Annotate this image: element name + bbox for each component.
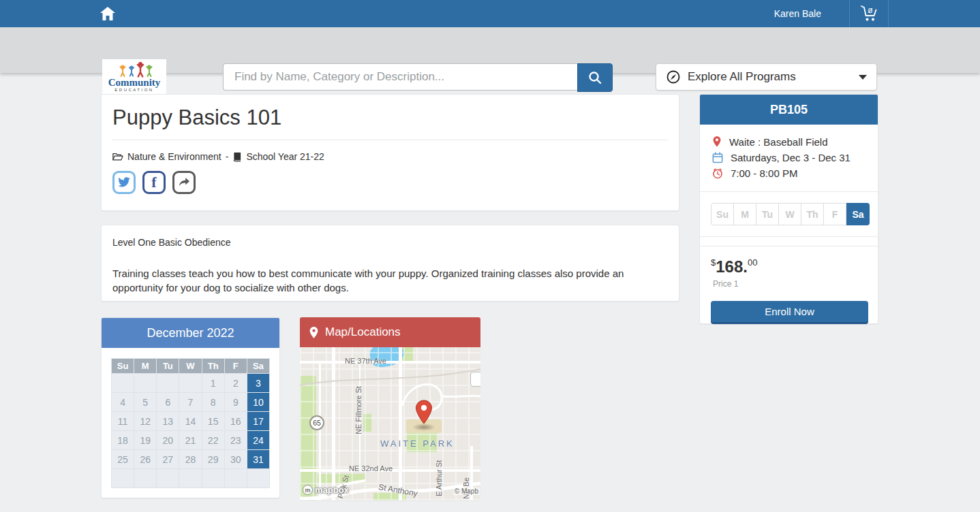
day-selector: SuMTuWThFSa <box>711 203 870 225</box>
cart-zero-glyph: ø <box>868 5 873 15</box>
calendar-day-cell: 10 <box>247 393 269 411</box>
calendar-dow-label: Tu <box>157 359 179 373</box>
home-icon[interactable] <box>99 6 116 21</box>
calendar-month-header: December 2022 <box>102 318 279 348</box>
calendar-day-cell: 29 <box>202 450 224 468</box>
calendar-day-cell: 20 <box>157 431 179 449</box>
facebook-share-button[interactable]: f <box>142 171 166 194</box>
price-cents: 00 <box>748 257 757 268</box>
street-label: NE Fillmore St <box>354 386 363 434</box>
calendar-card: December 2022 SuMTuWThFSa 12345678910111… <box>101 317 280 498</box>
twitter-share-button[interactable] <box>112 171 136 194</box>
search-button[interactable] <box>577 63 613 92</box>
dates-row: Saturdays, Dec 3 - Dec 31 <box>712 152 866 163</box>
day-toggle[interactable]: M <box>734 204 756 225</box>
calendar-day-cell <box>225 469 247 487</box>
calendar-day-cell: 22 <box>202 431 224 449</box>
calendar-day-cell: 9 <box>225 393 247 411</box>
calendar-day-cell <box>157 469 179 487</box>
compass-icon <box>666 69 681 84</box>
share-arrow-icon <box>178 177 190 188</box>
calendar-day-cell <box>157 374 179 392</box>
calendar-day-cell <box>179 469 201 487</box>
calendar-day-cell: 12 <box>134 412 156 430</box>
explore-programs-dropdown[interactable]: Explore All Programs <box>656 63 877 91</box>
map-header: Map/Locations <box>300 317 480 347</box>
day-toggle[interactable]: Th <box>801 204 824 225</box>
enroll-now-button[interactable]: Enroll Now <box>711 301 868 324</box>
calendar-day-cell: 18 <box>112 431 134 449</box>
explore-dropdown-label: Explore All Programs <box>688 70 859 84</box>
facebook-icon: f <box>151 176 156 189</box>
street-label: NE 32nd Ave <box>349 464 393 473</box>
location-row: Waite : Baseball Field <box>712 135 866 148</box>
calendar-day-cell: 24 <box>247 431 269 449</box>
calendar-day-cell <box>112 374 134 392</box>
map-zoom-control[interactable] <box>470 372 480 387</box>
map-header-label: Map/Locations <box>325 325 401 339</box>
calendar-day-cell: 19 <box>134 431 156 449</box>
calendar-day-cell <box>247 469 269 487</box>
search-input[interactable] <box>223 63 577 91</box>
calendar-day-cell: 1 <box>202 374 224 392</box>
calendar-dow-label: W <box>179 359 201 373</box>
map[interactable]: NE 37th Ave NE Fillmore St 65 WAITE PARK… <box>300 347 480 500</box>
session-details: Waite : Baseball Field Saturdays, Dec 3 … <box>700 125 878 191</box>
program-description-card: Level One Basic Obedience Training class… <box>101 225 679 302</box>
program-title-card: Puppy Basics 101 Nature & Environment - … <box>101 94 679 211</box>
calendar-day-cell: 31 <box>247 450 269 468</box>
map-curved-features <box>300 347 480 500</box>
street-label: E Arthur St <box>435 460 443 496</box>
social-share-row: f <box>112 171 668 194</box>
calendar-day-cell: 28 <box>179 450 201 468</box>
calendar-day-cell: 6 <box>157 393 179 411</box>
time-text: 7:00 - 8:00 PM <box>731 167 797 179</box>
calendar-day-cell: 8 <box>202 393 224 411</box>
calendar-dow-label: M <box>134 359 156 373</box>
time-row: 7:00 - 8:00 PM <box>712 167 866 179</box>
program-description: Training classes teach you how to best c… <box>112 266 668 295</box>
category-link[interactable]: Nature & Environment <box>127 151 221 162</box>
community-education-logo[interactable]: Community EDUCATION <box>102 59 166 95</box>
search-bar <box>223 63 613 91</box>
price-dollars: 168. <box>716 257 748 276</box>
session-link[interactable]: School Year 21-22 <box>246 151 324 162</box>
calendar-day-cell: 7 <box>179 393 201 411</box>
route-65-shield: 65 <box>309 415 324 430</box>
street-label: NE 37th Ave <box>345 357 386 365</box>
sidebar-spacer <box>700 237 878 246</box>
page-title: Puppy Basics 101 <box>112 104 668 131</box>
calendar-day-cell: 23 <box>225 431 247 449</box>
day-toggle[interactable]: Tu <box>756 204 779 225</box>
book-icon <box>232 152 242 162</box>
breadcrumb: Nature & Environment - School Year 21-22 <box>112 151 668 162</box>
mapbox-wordmark: mapbox <box>315 485 349 495</box>
breadcrumb-separator: - <box>226 151 229 162</box>
map-card: Map/Locations <box>300 317 480 500</box>
search-icon <box>587 70 602 85</box>
location-pin[interactable] <box>414 399 434 429</box>
mapbox-logo[interactable]: m mapbox <box>303 485 349 495</box>
share-button[interactable] <box>172 171 196 194</box>
calendar-day-cell: 17 <box>247 412 269 430</box>
map-attribution[interactable]: © Mapb <box>453 487 480 495</box>
day-toggle[interactable]: F <box>824 204 846 225</box>
calendar-day-cell: 16 <box>225 412 247 430</box>
price-block: $168.00 Price 1 <box>700 246 878 289</box>
calendar-day-cell: 21 <box>179 431 201 449</box>
calendar-day-cell: 27 <box>157 450 179 468</box>
calendar-day-cell <box>112 469 134 487</box>
day-toggle[interactable]: W <box>779 204 801 225</box>
logo-text: Community <box>108 78 161 87</box>
user-menu[interactable]: Karen Bale <box>774 0 821 27</box>
calendar-day-cell: 2 <box>225 374 247 392</box>
day-toggle[interactable]: Su <box>711 204 734 225</box>
clock-icon <box>712 167 723 179</box>
cart-icon[interactable]: ø <box>855 3 883 24</box>
chevron-down-icon <box>859 75 867 80</box>
day-toggle[interactable]: Sa <box>846 203 870 225</box>
map-pin-icon <box>309 326 319 339</box>
top-navbar: Karen Bale ø <box>0 0 980 27</box>
title-divider <box>112 140 668 140</box>
enrollment-sidebar-card: PB105 Waite : Baseball Field Saturdays, … <box>699 94 878 324</box>
